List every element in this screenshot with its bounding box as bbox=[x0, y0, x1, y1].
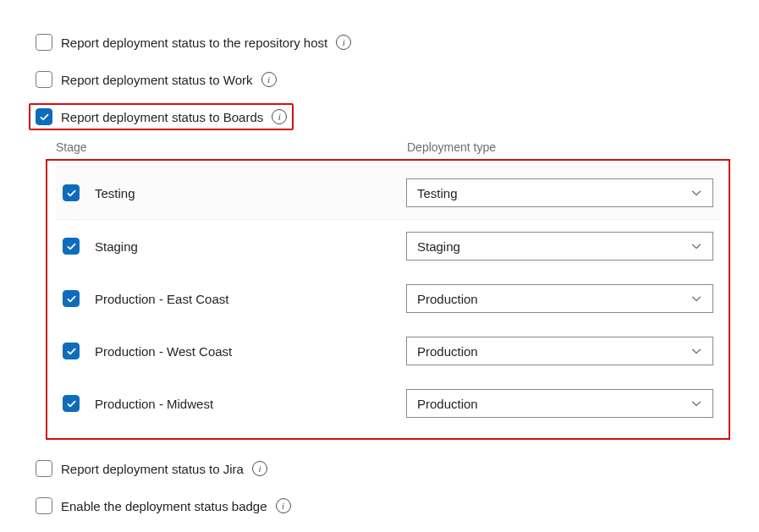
deployment-type-select[interactable]: Production bbox=[406, 337, 713, 365]
deployment-type-value: Testing bbox=[417, 186, 458, 200]
chevron-down-icon bbox=[690, 293, 702, 304]
checkbox-stage[interactable] bbox=[63, 184, 80, 201]
stage-row: Production - East Coast Production bbox=[56, 272, 720, 325]
stage-row: Testing Testing bbox=[56, 166, 720, 220]
checkbox-report-repo-host[interactable] bbox=[36, 34, 52, 51]
info-icon[interactable]: i bbox=[276, 498, 291, 513]
stages-block: Stage Deployment type Testing Testing St… bbox=[46, 140, 730, 440]
deployment-type-value: Production bbox=[417, 397, 478, 411]
stage-headers: Stage Deployment type bbox=[46, 140, 730, 159]
chevron-down-icon bbox=[690, 187, 702, 199]
checkbox-stage[interactable] bbox=[63, 343, 80, 359]
label-status-badge: Enable the deployment status badge bbox=[61, 499, 267, 513]
stage-row: Production - Midwest Production bbox=[56, 377, 720, 430]
deployment-type-value: Production bbox=[417, 344, 478, 359]
deployment-type-select[interactable]: Staging bbox=[406, 232, 713, 261]
checkbox-report-jira[interactable] bbox=[36, 460, 52, 477]
checkbox-stage[interactable] bbox=[63, 238, 80, 255]
checkbox-stage[interactable] bbox=[63, 395, 80, 412]
stage-table: Testing Testing Staging Staging Producti… bbox=[46, 159, 730, 440]
info-icon[interactable]: i bbox=[336, 35, 351, 50]
label-report-work: Report deployment status to Work bbox=[61, 73, 253, 87]
deployment-type-select[interactable]: Production bbox=[406, 389, 713, 418]
deployment-type-value: Production bbox=[417, 292, 478, 306]
checkbox-report-work[interactable] bbox=[36, 71, 52, 88]
stage-name: Staging bbox=[95, 239, 406, 254]
info-icon[interactable]: i bbox=[252, 461, 267, 476]
option-report-boards: Report deployment status to Boards i bbox=[29, 103, 294, 130]
checkbox-report-boards[interactable] bbox=[36, 108, 52, 125]
deployment-type-select[interactable]: Production bbox=[406, 284, 713, 313]
checkbox-stage[interactable] bbox=[63, 290, 80, 307]
info-icon[interactable]: i bbox=[272, 109, 287, 124]
stage-row: Staging Staging bbox=[56, 220, 720, 272]
header-deployment-type: Deployment type bbox=[407, 140, 720, 154]
option-status-badge: Enable the deployment status badge i bbox=[29, 492, 298, 519]
option-report-work: Report deployment status to Work i bbox=[29, 66, 283, 93]
stage-row: Production - West Coast Production bbox=[56, 325, 720, 377]
deployment-type-select[interactable]: Testing bbox=[406, 178, 713, 207]
stage-name: Production - Midwest bbox=[95, 397, 406, 411]
label-report-jira: Report deployment status to Jira bbox=[61, 462, 244, 476]
stage-name: Testing bbox=[95, 186, 406, 200]
chevron-down-icon bbox=[690, 398, 702, 409]
chevron-down-icon bbox=[690, 345, 702, 357]
chevron-down-icon bbox=[690, 240, 702, 252]
stage-name: Production - East Coast bbox=[95, 292, 406, 306]
label-report-boards: Report deployment status to Boards bbox=[61, 110, 263, 124]
label-report-repo-host: Report deployment status to the reposito… bbox=[61, 36, 327, 50]
checkbox-status-badge[interactable] bbox=[36, 497, 52, 514]
header-stage: Stage bbox=[56, 140, 407, 154]
deployment-type-value: Staging bbox=[417, 239, 460, 254]
info-icon[interactable]: i bbox=[261, 72, 277, 87]
option-report-repo-host: Report deployment status to the reposito… bbox=[29, 29, 358, 56]
option-report-jira: Report deployment status to Jira i bbox=[29, 455, 274, 482]
stage-name: Production - West Coast bbox=[95, 344, 406, 359]
